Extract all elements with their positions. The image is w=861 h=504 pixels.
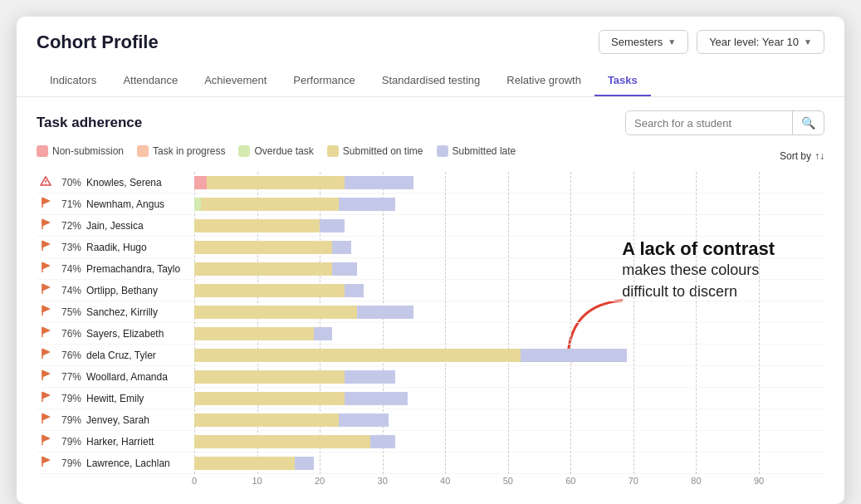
legend-submitted-on-time: Submitted on time: [327, 145, 423, 157]
bar-track: [194, 457, 824, 470]
bar-segment: [201, 198, 339, 211]
flag-icon: [37, 305, 55, 319]
tab-standardised[interactable]: Standardised testing: [369, 66, 494, 96]
row-percentage: 79%: [55, 458, 86, 469]
table-row: 79%Harker, Harriett: [37, 431, 824, 453]
tab-performance[interactable]: Performance: [280, 66, 368, 96]
flag-icon: [37, 262, 55, 276]
row-percentage: 71%: [55, 198, 86, 210]
row-percentage: 74%: [55, 285, 86, 296]
nav-tabs: Indicators Attendance Achievement Perfor…: [37, 66, 824, 96]
task-in-progress-color: [137, 145, 149, 157]
flag-icon: [37, 240, 55, 254]
svg-marker-24: [42, 413, 50, 420]
header: Cohort Profile Semesters ▼ Year level: Y…: [17, 17, 844, 97]
table-row: 77%Woollard, Amanda: [37, 366, 824, 388]
table-row: 75%Sanchez, Kirrilly: [37, 301, 824, 323]
row-student-name: Harker, Harriett: [86, 436, 194, 448]
tab-tasks[interactable]: Tasks: [594, 66, 651, 96]
row-student-name: Sayers, Elizabeth: [86, 328, 194, 340]
table-row: 79%Lawrence, Lachlan: [37, 453, 824, 474]
header-top: Cohort Profile Semesters ▼ Year level: Y…: [37, 30, 824, 54]
table-row: 79%Jenvey, Sarah: [37, 409, 824, 431]
bar-segment: [345, 392, 408, 405]
svg-marker-16: [42, 327, 50, 334]
x-axis-label: 20: [315, 476, 325, 486]
x-axis-label: 30: [378, 476, 388, 486]
page-title: Cohort Profile: [37, 32, 159, 53]
legend: Non-submission Task in progress Overdue …: [37, 145, 516, 157]
main-window: Cohort Profile Semesters ▼ Year level: Y…: [17, 17, 844, 504]
sort-button[interactable]: Sort by ↑↓: [780, 150, 824, 162]
overdue-color: [238, 145, 250, 157]
row-student-name: Sanchez, Kirrilly: [86, 306, 194, 318]
row-percentage: 79%: [55, 414, 86, 426]
non-submission-color: [37, 145, 48, 157]
header-controls: Semesters ▼ Year level: Year 10 ▼: [599, 30, 824, 54]
flag-icon: [37, 456, 55, 470]
tab-achievement[interactable]: Achievement: [191, 66, 280, 96]
row-student-name: Jenvey, Sarah: [86, 414, 194, 426]
bar-segment: [320, 219, 345, 232]
svg-marker-8: [42, 241, 50, 247]
svg-marker-22: [42, 392, 50, 399]
x-axis-label: 50: [503, 476, 513, 486]
table-row: 79%Hewitt, Emily: [37, 388, 824, 409]
section-title: Task adherence: [37, 115, 142, 131]
row-student-name: Hewitt, Emily: [86, 393, 194, 404]
x-axis-label: 10: [252, 476, 262, 486]
legend-submitted-late: Submitted late: [437, 145, 516, 157]
tab-attendance[interactable]: Attendance: [110, 66, 191, 96]
tab-indicators[interactable]: Indicators: [37, 66, 110, 96]
flag-icon: [37, 434, 55, 448]
row-percentage: 76%: [55, 350, 86, 361]
x-axis-label: 40: [440, 476, 450, 486]
row-student-name: Lawrence, Lachlan: [86, 458, 194, 469]
submitted-late-color: [437, 145, 448, 157]
bar-segment: [194, 284, 345, 297]
chart-wrapper: A lack of contrast makes these colours d…: [37, 172, 824, 491]
bar-track: [194, 370, 824, 384]
bar-track: [194, 306, 824, 319]
tab-relative-growth[interactable]: Relative growth: [493, 66, 594, 96]
bar-track: [194, 262, 824, 276]
row-percentage: 73%: [55, 242, 86, 253]
bar-track: [194, 435, 824, 448]
bar-segment: [194, 241, 332, 254]
bar-track: [194, 219, 824, 232]
flag-icon: [37, 391, 55, 405]
row-percentage: 77%: [55, 371, 86, 383]
bar-segment: [345, 370, 394, 384]
search-button[interactable]: 🔍: [792, 111, 824, 135]
chevron-down-icon: ▼: [668, 37, 676, 46]
row-percentage: 72%: [55, 220, 86, 232]
svg-marker-6: [42, 219, 50, 226]
row-percentage: 74%: [55, 263, 86, 275]
row-student-name: Premachandra, Taylo: [86, 263, 194, 275]
svg-marker-4: [42, 198, 50, 204]
x-axis-label: 60: [565, 476, 575, 486]
x-axis-label: 70: [629, 476, 638, 486]
section-header: Task adherence 🔍: [37, 110, 824, 135]
svg-marker-14: [42, 306, 50, 312]
bar-segment: [194, 392, 345, 405]
table-row: 70%Knowles, Serena: [37, 172, 824, 193]
bar-segment: [194, 176, 207, 189]
semesters-dropdown[interactable]: Semesters ▼: [599, 30, 688, 54]
bar-segment: [194, 306, 357, 319]
row-student-name: Raadik, Hugo: [86, 242, 194, 253]
row-percentage: 79%: [55, 393, 86, 404]
bar-segment: [295, 457, 314, 470]
bar-segment: [332, 262, 357, 276]
bar-segment: [345, 176, 413, 189]
chevron-down-icon: ▼: [804, 37, 812, 46]
year-level-dropdown[interactable]: Year level: Year 10 ▼: [697, 30, 824, 54]
table-row: 73%Raadik, Hugo: [37, 237, 824, 258]
table-row: 71%Newnham, Angus: [37, 193, 824, 215]
search-input[interactable]: [626, 112, 792, 135]
row-student-name: Knowles, Serena: [86, 177, 194, 188]
bar-segment: [207, 176, 345, 189]
bar-segment: [194, 370, 345, 384]
bar-segment: [194, 262, 332, 276]
bar-segment: [194, 198, 201, 211]
